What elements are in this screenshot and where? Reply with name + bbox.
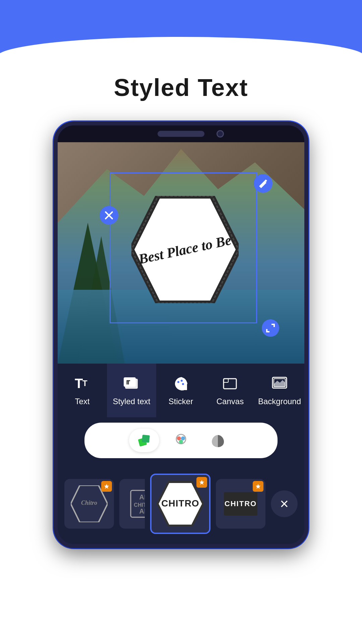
- style-preset-5-selected[interactable]: CHITRO: [150, 474, 210, 534]
- background-tool-label: Background: [258, 397, 301, 406]
- phone-mockup: Best Place to Be: [54, 121, 308, 548]
- svg-text:CHITRO: CHITRO: [134, 502, 145, 508]
- svg-point-10: [182, 383, 184, 385]
- svg-point-18: [177, 436, 181, 440]
- page-title-section: Styled Text: [0, 54, 362, 115]
- svg-point-8: [177, 381, 179, 383]
- svg-point-20: [179, 440, 183, 444]
- tools-row: T T Text Styled text: [58, 364, 304, 417]
- style-preset-2[interactable]: AB CHITRO AB: [119, 479, 145, 529]
- tool-background[interactable]: Background: [255, 364, 304, 417]
- svg-marker-21: [104, 484, 109, 489]
- svg-text:Chitro: Chitro: [81, 499, 97, 506]
- sub-tool-opacity[interactable]: [203, 429, 233, 452]
- svg-marker-36: [199, 480, 204, 485]
- phone-screen: Best Place to Be: [58, 142, 304, 544]
- edit-handle-icon: [258, 178, 268, 189]
- phone-speaker: [158, 131, 204, 137]
- edit-handle[interactable]: [254, 174, 273, 193]
- film-badge-6-icon: [255, 483, 261, 489]
- opacity-sub-icon: [210, 432, 226, 448]
- sub-toolbar-container: [58, 417, 304, 467]
- svg-point-19: [181, 436, 185, 440]
- sticker-tool-label: Sticker: [169, 397, 193, 406]
- svg-point-9: [181, 380, 183, 382]
- preset-6-badge: [253, 481, 263, 492]
- phone-top-bar: [58, 125, 304, 142]
- tool-text[interactable]: T T Text: [58, 364, 107, 417]
- style-preset-1[interactable]: Chitro: [64, 479, 114, 529]
- tool-styled-text[interactable]: Styled text: [107, 364, 156, 417]
- sub-toolbar: [84, 423, 278, 458]
- canvas-tool-label: Canvas: [217, 397, 244, 406]
- resize-handle[interactable]: [262, 319, 279, 337]
- preset-5-svg: CHITRO: [157, 480, 204, 527]
- style-sub-icon: [136, 432, 152, 448]
- top-wave-decoration: [0, 0, 362, 54]
- sub-tool-style[interactable]: [129, 429, 159, 452]
- background-icon: [270, 375, 289, 393]
- sticker-icon: [172, 375, 190, 393]
- svg-rect-11: [224, 379, 236, 389]
- preset-5-badge: [196, 477, 207, 488]
- text-tool-label: Text: [75, 397, 89, 406]
- main-toolbar: T T Text Styled text: [58, 364, 304, 544]
- photo-background: Best Place to Be: [58, 142, 304, 364]
- styled-text-tool-label: Styled text: [113, 397, 150, 406]
- styled-text-icon: [122, 375, 140, 393]
- svg-text:CHITRO: CHITRO: [161, 498, 199, 508]
- phone-camera: [217, 130, 224, 138]
- style-presets-panel: Chitro AB: [58, 467, 304, 544]
- canvas-icon: [221, 375, 239, 393]
- color-sub-icon: [173, 432, 189, 448]
- svg-marker-39: [256, 484, 260, 489]
- style-preset-6[interactable]: CHITRO: [216, 479, 265, 529]
- film-badge-icon: [104, 483, 110, 489]
- tool-canvas[interactable]: Canvas: [205, 364, 255, 417]
- page-title: Styled Text: [7, 74, 355, 101]
- resize-handle-icon: [265, 323, 276, 333]
- preset-1-badge: [101, 481, 112, 492]
- svg-text:AB: AB: [139, 493, 145, 501]
- svg-text:CHITRO: CHITRO: [225, 499, 257, 508]
- phone-container: Best Place to Be: [0, 115, 362, 548]
- svg-text:AB: AB: [139, 507, 145, 515]
- selection-box: [110, 172, 257, 323]
- close-handle[interactable]: [100, 206, 118, 225]
- svg-rect-16: [142, 435, 150, 443]
- preset-2-svg: AB CHITRO AB: [126, 485, 145, 522]
- close-panel-button[interactable]: ×: [271, 490, 298, 517]
- sub-tool-color[interactable]: [166, 429, 196, 452]
- svg-rect-7: [124, 377, 136, 387]
- text-icon: T T: [73, 375, 91, 393]
- tool-sticker[interactable]: Sticker: [156, 364, 205, 417]
- close-handle-icon: [104, 210, 114, 221]
- film-badge-5-icon: [199, 479, 205, 485]
- svg-text:T: T: [75, 376, 83, 391]
- style-presets-list: Chitro AB: [64, 479, 145, 529]
- close-panel-icon: ×: [280, 496, 289, 511]
- svg-text:T: T: [82, 379, 87, 388]
